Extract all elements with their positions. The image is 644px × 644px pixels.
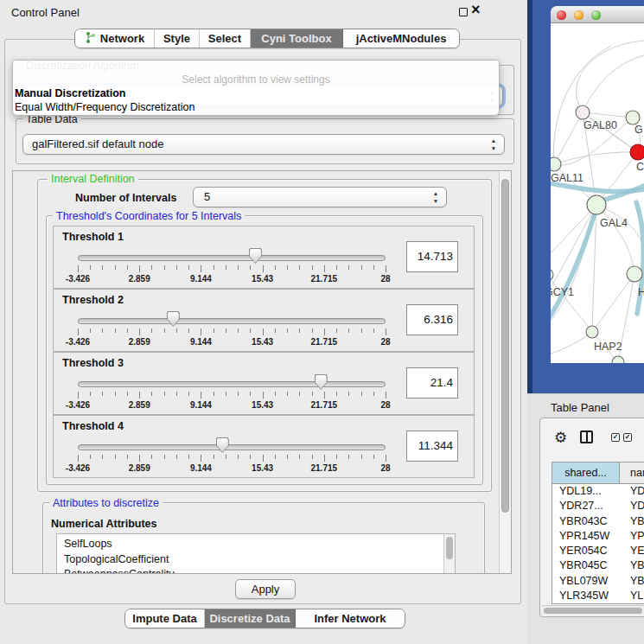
table-data-combobox[interactable]: galFiltered.sif default node ▲▼ xyxy=(22,134,505,155)
attributes-listbox[interactable]: SelfLoopsTopologicalCoefficientBetweenne… xyxy=(56,533,456,574)
tab-impute-data[interactable]: Impute Data xyxy=(125,609,205,628)
threshold-value-box[interactable]: 21.4 xyxy=(406,367,458,399)
settings-scrollbar[interactable] xyxy=(499,171,511,573)
table-row[interactable]: YER054CYER0 xyxy=(552,544,644,558)
slider-tick xyxy=(151,328,152,333)
slider-thumb[interactable] xyxy=(167,311,180,327)
network-node-c[interactable] xyxy=(630,144,644,160)
slider-track[interactable] xyxy=(78,444,386,450)
apply-button[interactable]: Apply xyxy=(235,579,296,599)
network-edge xyxy=(554,152,638,164)
table-row[interactable]: YIL052CYIL0 xyxy=(552,603,644,604)
network-canvas[interactable]: GAL80GCGAL11GAL4GCY1HHAP2 xyxy=(551,23,644,363)
slider-tick xyxy=(176,455,177,459)
slider-tick xyxy=(176,392,177,396)
slider-tick xyxy=(226,455,226,459)
table-row[interactable]: YBL079WYBL0 xyxy=(552,574,644,589)
float-icon[interactable] xyxy=(459,8,468,16)
table-row[interactable]: YBR043CYBR0 xyxy=(552,514,644,529)
network-node-label: G xyxy=(634,124,643,136)
slider-tick xyxy=(250,328,251,333)
column-header-shared-name[interactable]: shared... xyxy=(552,462,620,484)
network-node-h[interactable] xyxy=(627,266,642,282)
threshold-row-4: Threshold 4-3.4262.8599.14415.4321.71528… xyxy=(53,415,475,478)
slider-tick xyxy=(139,392,140,399)
list-scrollbar[interactable] xyxy=(443,534,455,574)
close-traffic-light-icon[interactable] xyxy=(557,10,566,20)
tab-style[interactable]: Style xyxy=(155,29,200,48)
settings-scrollbar-thumb[interactable] xyxy=(501,179,509,513)
slider-tick xyxy=(164,455,165,459)
slider-tick xyxy=(238,455,239,459)
slider-track[interactable] xyxy=(78,381,386,387)
tab-select[interactable]: Select xyxy=(200,29,251,48)
slider-thumb[interactable] xyxy=(216,437,229,453)
slider-tick-label: 21.715 xyxy=(296,463,352,473)
slider-tick xyxy=(275,328,276,333)
zoom-traffic-light-icon[interactable] xyxy=(591,10,601,20)
cell-name: YDR2 xyxy=(620,499,644,513)
table-row[interactable]: YPR145WYPR1 xyxy=(552,529,644,544)
table-row[interactable]: YBR045CYBR0 xyxy=(552,558,644,573)
slider-tick xyxy=(238,392,239,396)
tab-infer-network[interactable]: Infer Network xyxy=(296,609,405,628)
slider-tick xyxy=(214,455,214,459)
slider-tick xyxy=(226,265,226,270)
network-node-hap2[interactable] xyxy=(586,326,598,338)
num-intervals-combobox[interactable]: 5 ▲▼ xyxy=(193,187,447,207)
slider-tick xyxy=(361,328,362,333)
network-window-titlebar[interactable] xyxy=(551,6,644,23)
cell-shared-name: YLR345W xyxy=(552,589,620,603)
minimize-traffic-light-icon[interactable] xyxy=(574,10,583,20)
threshold-label: Threshold 2 xyxy=(62,294,124,306)
top-tabbar: NetworkStyleSelectCyni ToolboxjActiveMNo… xyxy=(74,29,460,48)
network-node-gal4[interactable] xyxy=(587,195,606,214)
slider-tick xyxy=(214,265,214,270)
slider-tick xyxy=(336,265,337,270)
bottom-tabbar: Impute DataDiscretize DataInfer Network xyxy=(124,609,405,628)
table-row[interactable]: YDL19...YDL1 xyxy=(552,484,644,499)
slider-tick xyxy=(250,455,251,459)
network-node-gal80[interactable] xyxy=(576,105,590,119)
dropdown-option-manual-discretization[interactable]: Manual Discretization xyxy=(15,87,126,99)
checkbox-icon[interactable]: ✓ xyxy=(623,433,632,442)
table-hscrollbar[interactable] xyxy=(541,605,644,615)
threshold-value-box[interactable]: 14.713 xyxy=(406,241,458,272)
list-item-betweennesscentrality[interactable]: BetweennessCentrality xyxy=(57,567,455,574)
list-item-selfloops[interactable]: SelfLoops xyxy=(57,537,455,552)
table-row[interactable]: YDR27...YDR2 xyxy=(552,499,644,513)
slider-tick xyxy=(102,392,103,396)
slider-tick xyxy=(90,265,91,270)
slider-tick xyxy=(348,392,349,396)
threshold-value-box[interactable]: 11.344 xyxy=(406,430,458,462)
stepper-icon: ▲▼ xyxy=(431,189,440,205)
tab-network[interactable]: Network xyxy=(75,29,155,48)
tab-label: Select xyxy=(208,32,241,45)
network-node-label: C xyxy=(636,161,644,173)
network-edge xyxy=(583,112,633,118)
checkbox-icon[interactable]: ✓ xyxy=(611,433,620,442)
slider-track[interactable] xyxy=(78,255,386,261)
slider-track[interactable] xyxy=(78,318,386,324)
network-edge xyxy=(551,205,596,298)
list-scrollbar-thumb[interactable] xyxy=(446,537,453,559)
threshold-value-box[interactable]: 6.316 xyxy=(406,304,458,335)
table-hscrollbar-thumb[interactable] xyxy=(544,608,642,614)
threshold-label: Threshold 3 xyxy=(62,357,124,369)
columns-icon[interactable] xyxy=(580,430,593,443)
close-icon[interactable]: × xyxy=(471,1,481,19)
network-node-g[interactable] xyxy=(626,111,640,124)
column-header-name[interactable]: name xyxy=(620,462,644,484)
tab-label: Network xyxy=(100,32,144,45)
gear-icon[interactable]: ⚙ xyxy=(554,429,567,447)
network-node-gal11[interactable] xyxy=(551,157,561,171)
tab-jactivemnodules[interactable]: jActiveMNodules xyxy=(343,29,459,48)
tab-cyni-toolbox[interactable]: Cyni Toolbox xyxy=(251,29,343,48)
tab-discretize-data[interactable]: Discretize Data xyxy=(205,609,296,628)
dropdown-option-equal-width-frequency-discretization[interactable]: Equal Width/Frequency Discretization xyxy=(15,101,194,113)
slider-thumb[interactable] xyxy=(315,374,328,390)
slider-thumb[interactable] xyxy=(249,248,262,264)
table-row[interactable]: YLR345WYLR3 xyxy=(552,589,644,603)
list-item-topologicalcoefficient[interactable]: TopologicalCoefficient xyxy=(57,552,455,568)
network-node-gcy1[interactable] xyxy=(551,269,553,281)
